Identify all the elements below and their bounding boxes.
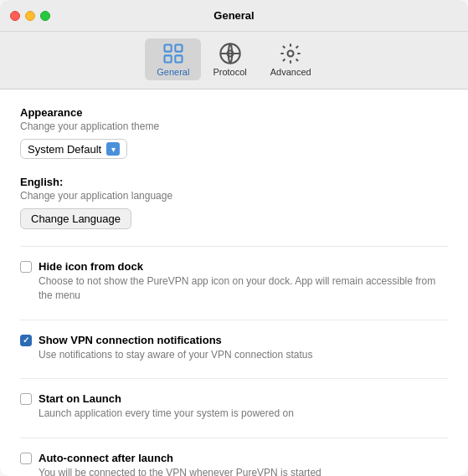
toolbar: General Protocol Advanced xyxy=(0,32,468,90)
divider-1 xyxy=(20,246,448,247)
protocol-icon xyxy=(219,42,242,65)
auto-connect-checkbox[interactable] xyxy=(20,453,32,464)
show-vpn-checkbox[interactable] xyxy=(20,335,32,346)
change-language-button[interactable]: Change Language xyxy=(20,208,131,229)
advanced-icon xyxy=(279,42,302,65)
start-launch-checkbox[interactable] xyxy=(20,393,32,405)
theme-select[interactable]: System Default ▾ xyxy=(20,139,127,159)
window-title: General xyxy=(213,9,254,22)
appearance-section: Appearance Change your application theme… xyxy=(20,106,448,159)
auto-connect-section: Auto-connect after launch You will be co… xyxy=(20,452,448,476)
language-desc: Change your application language xyxy=(20,190,448,202)
tab-advanced-label: Advanced xyxy=(270,67,311,77)
show-vpn-desc: Use notifications to stay aware of your … xyxy=(39,348,448,362)
hide-icon-section: Hide icon from dock Choose to not show t… xyxy=(20,260,448,303)
language-section: English: Change your application languag… xyxy=(20,176,448,229)
hide-icon-checkbox[interactable] xyxy=(20,261,32,273)
general-icon xyxy=(162,42,185,65)
close-button[interactable] xyxy=(10,11,20,21)
svg-point-5 xyxy=(288,51,294,57)
appearance-desc: Change your application theme xyxy=(20,120,448,132)
auto-connect-container: Auto-connect after launch xyxy=(20,452,448,464)
hide-icon-container: Hide icon from dock xyxy=(20,260,448,273)
svg-rect-0 xyxy=(164,45,171,52)
tab-general[interactable]: General xyxy=(145,38,201,80)
divider-3 xyxy=(20,378,448,379)
traffic-lights xyxy=(10,11,50,21)
appearance-title: Appearance xyxy=(20,106,448,119)
minimize-button[interactable] xyxy=(25,11,35,21)
svg-rect-1 xyxy=(175,45,182,52)
titlebar: General xyxy=(0,0,468,32)
show-vpn-label: Show VPN connection notifications xyxy=(39,334,222,346)
tab-protocol[interactable]: Protocol xyxy=(201,38,258,80)
auto-connect-label: Auto-connect after launch xyxy=(39,452,173,464)
auto-connect-desc: You will be connected to the VPN wheneve… xyxy=(39,466,448,476)
start-launch-section: Start on Launch Launch application every… xyxy=(20,392,448,421)
app-window: General General xyxy=(0,0,468,476)
chevron-down-icon: ▾ xyxy=(106,142,120,156)
svg-rect-2 xyxy=(164,55,171,62)
svg-rect-3 xyxy=(175,55,182,62)
show-vpn-container: Show VPN connection notifications xyxy=(20,334,448,346)
language-title: English: xyxy=(20,176,448,188)
hide-icon-desc: Choose to not show the PureVPN app icon … xyxy=(39,274,448,303)
show-vpn-section: Show VPN connection notifications Use no… xyxy=(20,334,448,362)
start-launch-container: Start on Launch xyxy=(20,392,448,405)
divider-4 xyxy=(20,438,448,438)
theme-select-value: System Default xyxy=(28,143,101,156)
start-launch-desc: Launch application every time your syste… xyxy=(39,407,448,421)
tab-general-label: General xyxy=(157,67,189,77)
start-launch-label: Start on Launch xyxy=(39,392,121,405)
maximize-button[interactable] xyxy=(40,11,50,21)
main-content: Appearance Change your application theme… xyxy=(0,90,468,476)
hide-icon-label: Hide icon from dock xyxy=(39,260,143,273)
tab-protocol-label: Protocol xyxy=(213,67,246,77)
tab-advanced[interactable]: Advanced xyxy=(259,38,323,80)
divider-2 xyxy=(20,320,448,320)
